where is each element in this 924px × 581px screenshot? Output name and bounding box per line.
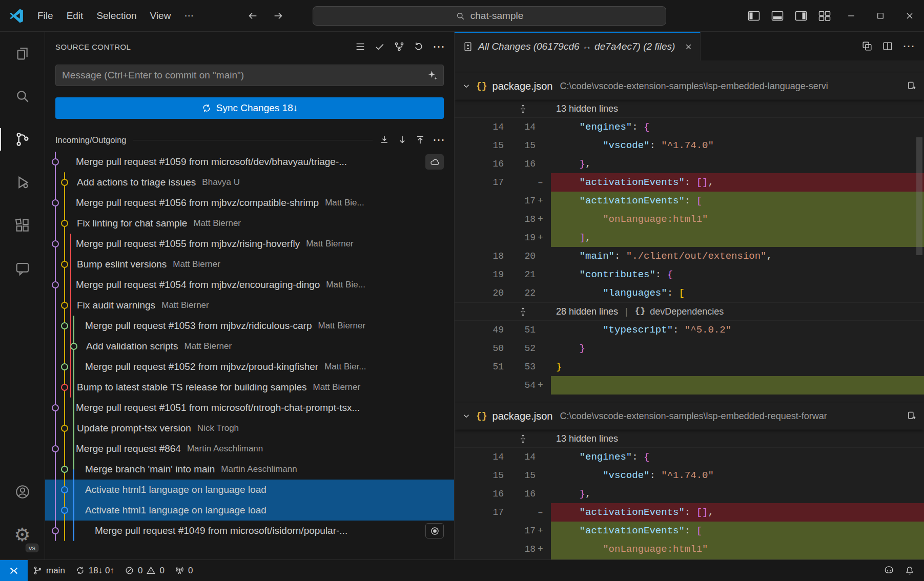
close-button[interactable] xyxy=(895,0,924,31)
diff-line[interactable]: 4951 "typescript": "^5.0.2" xyxy=(455,321,924,339)
forward-arrow-icon[interactable] xyxy=(267,6,290,26)
editor-scrollbar[interactable] xyxy=(916,137,922,255)
commit-row[interactable]: Bump to latest stable TS release for bui… xyxy=(45,377,454,398)
commit-row[interactable]: Add validation scriptsMatt Bierner xyxy=(45,336,454,357)
remote-indicator[interactable] xyxy=(0,560,28,581)
hidden-lines-separator[interactable]: 13 hidden lines xyxy=(455,429,924,448)
sync-changes-button[interactable]: Sync Changes 18↓ xyxy=(55,97,444,119)
commit-row[interactable]: Merge pull request #1052 from mjbvz/prou… xyxy=(45,357,454,377)
commit-row[interactable]: Merge pull request #1053 from mjbvz/ridi… xyxy=(45,316,454,336)
customize-layout-icon[interactable] xyxy=(813,0,836,31)
split-editor-icon[interactable] xyxy=(882,40,893,52)
problems-indicator[interactable]: 0 0 xyxy=(119,560,170,581)
unfold-icon[interactable] xyxy=(518,104,528,114)
diff-line[interactable]: 1414 "engines": { xyxy=(455,118,924,136)
diff-line[interactable]: 1616 }, xyxy=(455,155,924,173)
diff-line[interactable]: 17– "activationEvents": [], xyxy=(455,503,924,522)
hidden-lines-separator[interactable]: 28 hidden lines|{}devDependencies xyxy=(455,302,924,321)
activity-chat-icon[interactable] xyxy=(0,247,45,290)
notifications-bell-icon[interactable] xyxy=(899,560,920,581)
commit-row[interactable]: Activate html1 language on language load xyxy=(45,500,454,521)
commit-message-input[interactable] xyxy=(55,65,444,86)
commit-row[interactable]: Merge pull request #1051 from microsoft/… xyxy=(45,398,454,418)
diff-line[interactable]: 17+ "activationEvents": [ xyxy=(455,192,924,210)
diff-line[interactable]: 17+ "activationEvents": [ xyxy=(455,522,924,540)
sparkle-icon[interactable] xyxy=(426,69,439,81)
diff-line[interactable]: 2022 "languages": [ xyxy=(455,284,924,302)
maximize-button[interactable] xyxy=(866,0,895,31)
diff-line[interactable]: 1515 "vscode": "^1.74.0" xyxy=(455,136,924,155)
chevron-down-icon[interactable] xyxy=(462,411,471,421)
ports-indicator[interactable]: 0 xyxy=(170,560,198,581)
command-center-search[interactable]: chat-sample xyxy=(313,6,666,26)
toggle-primary-sidebar-icon[interactable] xyxy=(742,0,766,31)
activity-source-control-icon[interactable] xyxy=(0,118,45,161)
diff-line[interactable]: 1921 "contributes": { xyxy=(455,265,924,284)
git-graph-icon[interactable] xyxy=(394,41,405,52)
commit-row[interactable]: Merge pull request #1056 from mjbvz/comp… xyxy=(45,193,454,213)
diff-line[interactable]: 18+ "onLanguage:html1" xyxy=(455,540,924,558)
file-header[interactable]: {}package.jsonC:\code\vscode-extension-s… xyxy=(455,73,924,99)
cloud-icon[interactable] xyxy=(425,154,444,170)
commit-row[interactable]: Merge pull request #1049 from microsoft/… xyxy=(45,521,454,541)
commit-row[interactable]: Fix audit warningsMatt Bierner xyxy=(45,295,454,316)
diff-line[interactable]: 19+ ], xyxy=(455,229,924,247)
open-changes-icon[interactable] xyxy=(861,40,873,52)
sync-status[interactable]: 18↓ 0↑ xyxy=(70,560,119,581)
menu-view[interactable]: View xyxy=(143,0,178,31)
unfold-icon[interactable] xyxy=(518,307,528,317)
back-arrow-icon[interactable] xyxy=(241,6,264,26)
diff-line[interactable]: 1616 }, xyxy=(455,485,924,503)
activity-extensions-icon[interactable] xyxy=(0,204,45,247)
diff-line[interactable]: 54+ xyxy=(455,376,924,395)
commit-row[interactable]: Merge pull request #1054 from mjbvz/enco… xyxy=(45,275,454,295)
copilot-icon[interactable] xyxy=(878,560,899,581)
fetch-icon[interactable] xyxy=(379,134,390,146)
diff-line[interactable]: 5153} xyxy=(455,358,924,376)
activity-search-icon[interactable] xyxy=(0,75,45,118)
commit-check-icon[interactable] xyxy=(374,41,385,52)
unfold-icon[interactable] xyxy=(518,434,528,444)
menu-edit[interactable]: Edit xyxy=(60,0,90,31)
diff-line[interactable]: 5052 } xyxy=(455,339,924,358)
pull-icon[interactable] xyxy=(397,134,408,146)
menu-file[interactable]: File xyxy=(31,0,60,31)
commit-row[interactable]: Activate html1 language on language load xyxy=(45,480,454,500)
view-as-list-icon[interactable] xyxy=(355,41,366,52)
hidden-lines-separator[interactable]: 13 hidden lines xyxy=(455,99,924,118)
commit-row[interactable]: Merge branch 'main' into mainMartin Aesc… xyxy=(45,459,454,480)
refresh-icon[interactable] xyxy=(413,41,424,52)
chevron-down-icon[interactable] xyxy=(462,81,471,91)
editor-more-icon[interactable]: ⋯ xyxy=(902,40,915,52)
activity-run-debug-icon[interactable] xyxy=(0,161,45,204)
diff-line[interactable]: 18+ "onLanguage:html1" xyxy=(455,210,924,229)
graph-more-icon[interactable]: ⋯ xyxy=(433,134,445,146)
minimize-button[interactable] xyxy=(836,0,866,31)
go-to-file-icon[interactable] xyxy=(907,411,917,421)
menu-selection[interactable]: Selection xyxy=(90,0,143,31)
diff-line[interactable]: 1515 "vscode": "^1.74.0" xyxy=(455,466,924,485)
incoming-outgoing-section[interactable]: Incoming/Outgoing ⋯ xyxy=(45,131,454,149)
commit-row[interactable]: Bump eslint versionsMatt Bierner xyxy=(45,254,454,275)
file-header[interactable]: {}package.jsonC:\code\vscode-extension-s… xyxy=(455,403,924,429)
accounts-icon[interactable] xyxy=(0,470,45,513)
menu-more[interactable]: ⋯ xyxy=(177,0,200,31)
commit-row[interactable]: Merge pull request #1055 from mjbvz/risi… xyxy=(45,234,454,254)
commit-row[interactable]: Add actions to triage issuesBhavya U xyxy=(45,172,454,193)
activity-explorer-icon[interactable] xyxy=(0,32,45,75)
tab-close-icon[interactable] xyxy=(684,43,693,51)
commit-row[interactable]: Merge pull request #864Martin Aeschliman… xyxy=(45,439,454,459)
diff-line[interactable]: 1414 "engines": { xyxy=(455,448,924,466)
commit-row[interactable]: Update prompt-tsx versionNick Trogh xyxy=(45,418,454,439)
toggle-panel-icon[interactable] xyxy=(766,0,789,31)
commit-row[interactable]: Fix linting for chat sampleMatt Bierner xyxy=(45,213,454,234)
branch-indicator[interactable]: main xyxy=(28,560,70,581)
push-icon[interactable] xyxy=(415,134,426,146)
tab-all-changes[interactable]: All Changes (06179cd6 ↔ de7a4ec7) (2 fil… xyxy=(455,32,701,60)
go-to-file-icon[interactable] xyxy=(907,81,917,91)
diff-line[interactable]: 1820 "main": "./client/out/extension", xyxy=(455,247,924,265)
diff-line[interactable]: 19+ ], xyxy=(455,558,924,559)
more-actions-icon[interactable]: ⋯ xyxy=(433,40,445,53)
target-icon[interactable] xyxy=(425,523,444,538)
manage-gear-icon[interactable]: ⚙ vs xyxy=(0,513,45,556)
